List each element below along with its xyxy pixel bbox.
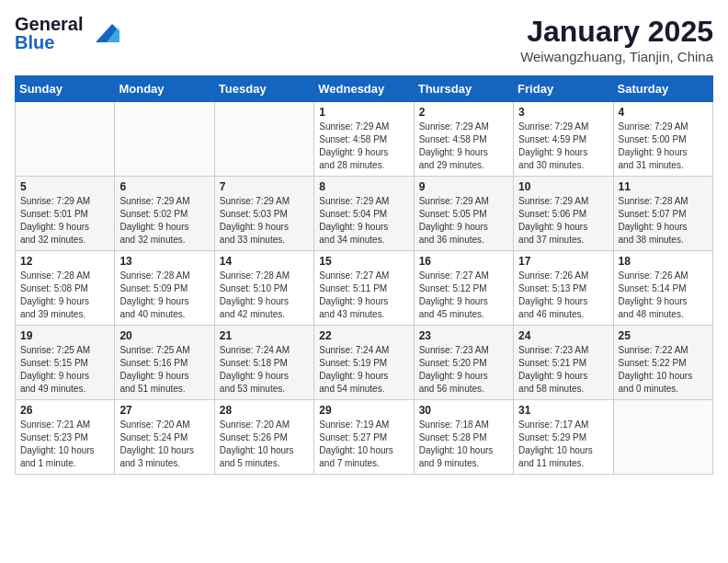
day-info: Sunrise: 7:25 AM Sunset: 5:15 PM Dayligh…: [20, 344, 109, 396]
day-number: 31: [518, 404, 608, 417]
day-number: 21: [220, 329, 309, 342]
day-info: Sunrise: 7:27 AM Sunset: 5:12 PM Dayligh…: [419, 270, 508, 321]
day-number: 13: [119, 255, 209, 268]
page-header: General Blue January 2025 Weiwangzhuang,…: [15, 15, 713, 64]
day-cell-13: 13Sunrise: 7:28 AM Sunset: 5:09 PM Dayli…: [115, 251, 214, 326]
day-info: Sunrise: 7:28 AM Sunset: 5:07 PM Dayligh…: [619, 195, 708, 247]
day-cell-9: 9Sunrise: 7:29 AM Sunset: 5:05 PM Daylig…: [414, 177, 513, 251]
day-cell-7: 7Sunrise: 7:29 AM Sunset: 5:03 PM Daylig…: [214, 177, 313, 251]
day-cell-6: 6Sunrise: 7:29 AM Sunset: 5:02 PM Daylig…: [115, 177, 214, 251]
day-number: 22: [319, 329, 408, 342]
weekday-header-monday: Monday: [115, 76, 214, 102]
day-info: Sunrise: 7:20 AM Sunset: 5:26 PM Dayligh…: [220, 419, 309, 470]
day-info: Sunrise: 7:29 AM Sunset: 5:06 PM Dayligh…: [518, 195, 608, 247]
day-info: Sunrise: 7:23 AM Sunset: 5:21 PM Dayligh…: [518, 344, 608, 396]
day-cell-19: 19Sunrise: 7:25 AM Sunset: 5:15 PM Dayli…: [16, 326, 115, 400]
day-number: 3: [518, 106, 608, 119]
weekday-header-friday: Friday: [514, 76, 613, 102]
day-number: 24: [518, 329, 608, 342]
day-cell-26: 26Sunrise: 7:21 AM Sunset: 5:23 PM Dayli…: [16, 400, 115, 475]
week-row-4: 19Sunrise: 7:25 AM Sunset: 5:15 PM Dayli…: [16, 326, 713, 400]
day-cell-23: 23Sunrise: 7:23 AM Sunset: 5:20 PM Dayli…: [414, 326, 513, 400]
day-info: Sunrise: 7:26 AM Sunset: 5:13 PM Dayligh…: [518, 270, 608, 321]
location-title: Weiwangzhuang, Tianjin, China: [520, 49, 713, 64]
empty-cell: [613, 400, 712, 475]
day-number: 16: [419, 255, 508, 268]
day-number: 27: [119, 404, 209, 417]
weekday-header-wednesday: Wednesday: [314, 76, 414, 102]
week-row-1: 1Sunrise: 7:29 AM Sunset: 4:58 PM Daylig…: [16, 102, 713, 177]
weekday-header-tuesday: Tuesday: [214, 76, 313, 102]
week-row-5: 26Sunrise: 7:21 AM Sunset: 5:23 PM Dayli…: [16, 400, 713, 475]
logo-text-general: General: [15, 15, 83, 33]
day-cell-20: 20Sunrise: 7:25 AM Sunset: 5:16 PM Dayli…: [115, 326, 214, 400]
day-number: 20: [119, 329, 209, 342]
day-cell-27: 27Sunrise: 7:20 AM Sunset: 5:24 PM Dayli…: [115, 400, 214, 475]
day-info: Sunrise: 7:29 AM Sunset: 5:02 PM Dayligh…: [119, 195, 209, 247]
day-info: Sunrise: 7:29 AM Sunset: 5:00 PM Dayligh…: [619, 121, 708, 172]
day-info: Sunrise: 7:17 AM Sunset: 5:29 PM Dayligh…: [518, 419, 608, 470]
day-number: 23: [419, 329, 508, 342]
day-cell-11: 11Sunrise: 7:28 AM Sunset: 5:07 PM Dayli…: [613, 177, 712, 251]
day-number: 10: [518, 180, 608, 193]
day-cell-1: 1Sunrise: 7:29 AM Sunset: 4:58 PM Daylig…: [314, 102, 414, 177]
logo: General Blue: [15, 15, 119, 52]
title-area: January 2025 Weiwangzhuang, Tianjin, Chi…: [520, 15, 713, 64]
day-info: Sunrise: 7:24 AM Sunset: 5:18 PM Dayligh…: [220, 344, 309, 396]
day-number: 14: [220, 255, 309, 268]
day-number: 19: [20, 329, 109, 342]
weekday-header-saturday: Saturday: [613, 76, 712, 102]
day-info: Sunrise: 7:20 AM Sunset: 5:24 PM Dayligh…: [119, 419, 209, 470]
calendar-table: SundayMondayTuesdayWednesdayThursdayFrid…: [15, 75, 713, 475]
day-cell-5: 5Sunrise: 7:29 AM Sunset: 5:01 PM Daylig…: [16, 177, 115, 251]
day-number: 1: [319, 106, 408, 119]
day-info: Sunrise: 7:29 AM Sunset: 4:58 PM Dayligh…: [319, 121, 408, 172]
day-info: Sunrise: 7:26 AM Sunset: 5:14 PM Dayligh…: [619, 270, 708, 321]
day-info: Sunrise: 7:29 AM Sunset: 5:03 PM Dayligh…: [220, 195, 309, 247]
day-number: 11: [619, 180, 708, 193]
day-cell-30: 30Sunrise: 7:18 AM Sunset: 5:28 PM Dayli…: [414, 400, 513, 475]
day-info: Sunrise: 7:29 AM Sunset: 5:01 PM Dayligh…: [20, 195, 109, 247]
day-number: 28: [220, 404, 309, 417]
day-info: Sunrise: 7:19 AM Sunset: 5:27 PM Dayligh…: [319, 419, 408, 470]
day-number: 6: [119, 180, 209, 193]
empty-cell: [115, 102, 214, 177]
day-info: Sunrise: 7:28 AM Sunset: 5:09 PM Dayligh…: [119, 270, 209, 321]
day-number: 25: [619, 329, 708, 342]
day-number: 30: [419, 404, 508, 417]
day-info: Sunrise: 7:25 AM Sunset: 5:16 PM Dayligh…: [119, 344, 209, 396]
day-cell-21: 21Sunrise: 7:24 AM Sunset: 5:18 PM Dayli…: [214, 326, 313, 400]
weekday-header-sunday: Sunday: [16, 76, 115, 102]
logo-icon: [86, 20, 119, 46]
week-row-3: 12Sunrise: 7:28 AM Sunset: 5:08 PM Dayli…: [16, 251, 713, 326]
day-info: Sunrise: 7:28 AM Sunset: 5:10 PM Dayligh…: [220, 270, 309, 321]
day-info: Sunrise: 7:18 AM Sunset: 5:28 PM Dayligh…: [419, 419, 508, 470]
day-cell-8: 8Sunrise: 7:29 AM Sunset: 5:04 PM Daylig…: [314, 177, 414, 251]
day-number: 29: [319, 404, 408, 417]
day-number: 4: [619, 106, 708, 119]
day-cell-22: 22Sunrise: 7:24 AM Sunset: 5:19 PM Dayli…: [314, 326, 414, 400]
day-cell-3: 3Sunrise: 7:29 AM Sunset: 4:59 PM Daylig…: [514, 102, 613, 177]
day-cell-4: 4Sunrise: 7:29 AM Sunset: 5:00 PM Daylig…: [613, 102, 712, 177]
day-info: Sunrise: 7:29 AM Sunset: 4:58 PM Dayligh…: [419, 121, 508, 172]
day-number: 9: [419, 180, 508, 193]
week-row-2: 5Sunrise: 7:29 AM Sunset: 5:01 PM Daylig…: [16, 177, 713, 251]
day-info: Sunrise: 7:29 AM Sunset: 5:05 PM Dayligh…: [419, 195, 508, 247]
day-number: 18: [619, 255, 708, 268]
day-cell-2: 2Sunrise: 7:29 AM Sunset: 4:58 PM Daylig…: [414, 102, 513, 177]
day-cell-18: 18Sunrise: 7:26 AM Sunset: 5:14 PM Dayli…: [613, 251, 712, 326]
day-cell-15: 15Sunrise: 7:27 AM Sunset: 5:11 PM Dayli…: [314, 251, 414, 326]
weekday-header-thursday: Thursday: [414, 76, 513, 102]
day-info: Sunrise: 7:24 AM Sunset: 5:19 PM Dayligh…: [319, 344, 408, 396]
empty-cell: [214, 102, 313, 177]
day-info: Sunrise: 7:28 AM Sunset: 5:08 PM Dayligh…: [20, 270, 109, 321]
day-cell-25: 25Sunrise: 7:22 AM Sunset: 5:22 PM Dayli…: [613, 326, 712, 400]
weekday-header-row: SundayMondayTuesdayWednesdayThursdayFrid…: [16, 76, 713, 102]
day-number: 15: [319, 255, 408, 268]
month-title: January 2025: [520, 15, 713, 49]
day-cell-29: 29Sunrise: 7:19 AM Sunset: 5:27 PM Dayli…: [314, 400, 414, 475]
day-number: 17: [518, 255, 608, 268]
day-cell-17: 17Sunrise: 7:26 AM Sunset: 5:13 PM Dayli…: [514, 251, 613, 326]
day-info: Sunrise: 7:21 AM Sunset: 5:23 PM Dayligh…: [20, 419, 109, 470]
day-number: 5: [20, 180, 109, 193]
